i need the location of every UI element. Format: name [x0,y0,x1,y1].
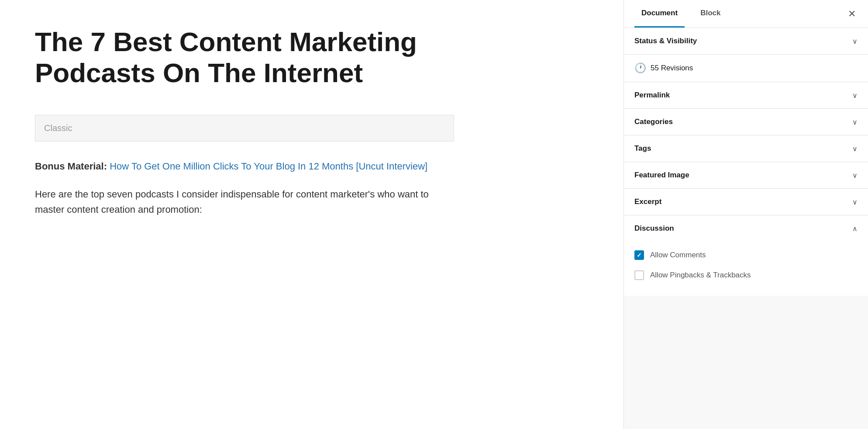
panel-excerpt-label: Excerpt [634,197,661,206]
allow-comments-checkbox[interactable]: ✓ [634,250,644,260]
panel-excerpt: Excerpt [624,189,868,215]
panel-discussion: Discussion ✓ Allow Comments Allow Pingba… [624,215,868,296]
post-title[interactable]: The 7 Best Content Marketing Podcasts On… [35,26,454,89]
chevron-up-icon [852,225,858,233]
panel-categories: Categories [624,109,868,135]
panel-discussion-header[interactable]: Discussion [624,215,868,242]
chevron-down-icon [852,171,858,180]
panel-tags: Tags [624,135,868,162]
checkmark-icon: ✓ [637,252,642,259]
panel-categories-label: Categories [634,118,673,126]
panel-permalink: Permalink [624,82,868,109]
panel-discussion-label: Discussion [634,224,674,233]
sidebar-tabs: Document Block [634,0,736,28]
chevron-down-icon [852,118,858,126]
panel-featured-image: Featured Image [624,162,868,189]
panel-status-visibility: Status & Visibility [624,28,868,55]
sidebar-header: Document Block ✕ [624,0,868,28]
bonus-material-text: Bonus Material: How To Get One Million C… [35,159,454,173]
classic-block-label: Classic [44,123,72,133]
body-text: Here are the top seven podcasts I consid… [35,187,454,217]
bonus-material-link[interactable]: How To Get One Million Clicks To Your Bl… [110,161,427,172]
panel-status-visibility-label: Status & Visibility [634,37,697,45]
chevron-down-icon [852,91,858,100]
discussion-body: ✓ Allow Comments Allow Pingbacks & Track… [624,242,868,296]
clock-icon: 🕐 [634,62,646,74]
chevron-down-icon [852,145,858,153]
classic-block[interactable]: Classic [35,115,454,142]
chevron-down-icon [852,198,858,206]
panel-permalink-header[interactable]: Permalink [624,82,868,108]
revisions-row[interactable]: 🕐 55 Revisions [624,55,868,82]
allow-pingbacks-row[interactable]: Allow Pingbacks & Trackbacks [634,265,858,285]
close-button[interactable]: ✕ [846,7,858,21]
allow-pingbacks-label: Allow Pingbacks & Trackbacks [650,271,751,280]
sidebar: Document Block ✕ Status & Visibility 🕐 5… [623,0,868,429]
panel-featured-image-header[interactable]: Featured Image [624,162,868,188]
revisions-label: 55 Revisions [651,64,693,73]
panel-featured-image-label: Featured Image [634,171,689,180]
bonus-material-prefix: Bonus Material: [35,161,107,172]
panel-permalink-label: Permalink [634,91,670,100]
allow-comments-row[interactable]: ✓ Allow Comments [634,245,858,265]
main-content: The 7 Best Content Marketing Podcasts On… [0,0,623,429]
panel-categories-header[interactable]: Categories [624,109,868,135]
tab-block[interactable]: Block [693,0,727,28]
panel-excerpt-header[interactable]: Excerpt [624,189,868,215]
allow-comments-label: Allow Comments [650,251,706,259]
panel-tags-label: Tags [634,144,651,153]
allow-pingbacks-checkbox[interactable] [634,270,644,280]
panel-tags-header[interactable]: Tags [624,135,868,162]
tab-document[interactable]: Document [634,0,685,28]
panel-status-visibility-header[interactable]: Status & Visibility [624,28,868,54]
chevron-down-icon [852,37,858,45]
